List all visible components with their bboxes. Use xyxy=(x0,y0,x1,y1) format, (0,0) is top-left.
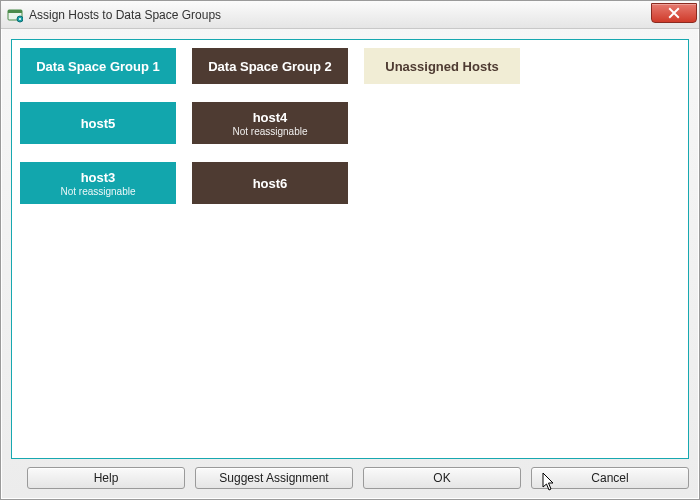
assignment-board: Data Space Group 1 host5 host3 Not reass… xyxy=(11,39,689,459)
button-row: Help Suggest Assignment OK Cancel xyxy=(11,459,689,495)
host-tile[interactable]: host4 Not reassignable xyxy=(192,102,348,144)
ok-button[interactable]: OK xyxy=(363,467,521,489)
host-tile[interactable]: host5 xyxy=(20,102,176,144)
column-header: Data Space Group 1 xyxy=(20,48,176,84)
host-name: host3 xyxy=(81,170,116,185)
host-subtext: Not reassignable xyxy=(60,186,135,197)
help-button[interactable]: Help xyxy=(27,467,185,489)
host-name: host5 xyxy=(81,116,116,131)
app-icon xyxy=(7,7,23,23)
cancel-button[interactable]: Cancel xyxy=(531,467,689,489)
window-title: Assign Hosts to Data Space Groups xyxy=(29,8,651,22)
host-name: host6 xyxy=(253,176,288,191)
window: Assign Hosts to Data Space Groups Data S… xyxy=(0,0,700,500)
close-icon xyxy=(668,7,680,19)
column-group-2[interactable]: Data Space Group 2 host4 Not reassignabl… xyxy=(192,48,348,450)
column-unassigned[interactable]: Unassigned Hosts xyxy=(364,48,520,450)
close-button[interactable] xyxy=(651,3,697,23)
content: Data Space Group 1 host5 host3 Not reass… xyxy=(1,29,699,499)
host-tile[interactable]: host6 xyxy=(192,162,348,204)
svg-rect-1 xyxy=(8,10,22,13)
column-group-1[interactable]: Data Space Group 1 host5 host3 Not reass… xyxy=(20,48,176,450)
host-name: host4 xyxy=(253,110,288,125)
titlebar: Assign Hosts to Data Space Groups xyxy=(1,1,699,29)
column-header: Data Space Group 2 xyxy=(192,48,348,84)
column-header: Unassigned Hosts xyxy=(364,48,520,84)
host-subtext: Not reassignable xyxy=(232,126,307,137)
host-tile[interactable]: host3 Not reassignable xyxy=(20,162,176,204)
suggest-assignment-button[interactable]: Suggest Assignment xyxy=(195,467,353,489)
